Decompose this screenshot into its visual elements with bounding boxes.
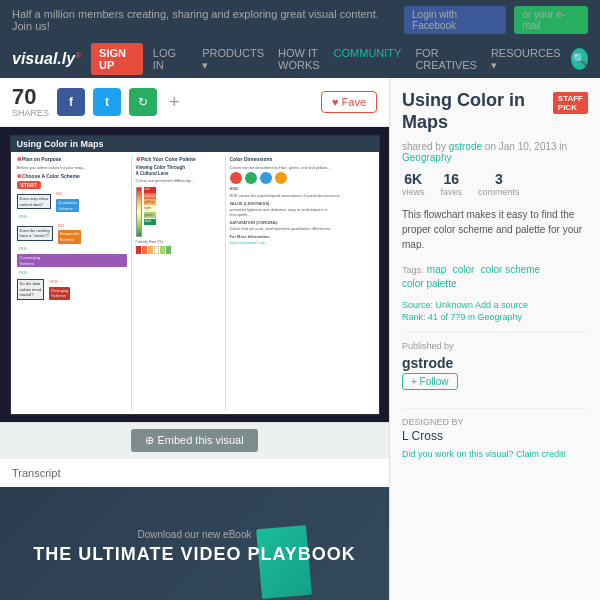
shared-by: shared by gstrode on Jan 10, 2013 in Geo… (402, 141, 588, 163)
infographic-title-bar: Using Color in Maps (11, 136, 379, 152)
nav-resources[interactable]: RESOURCES ▾ (491, 47, 561, 72)
promo-banner[interactable]: Download our new eBook THE ULTIMATE VIDE… (0, 487, 389, 600)
add-source-link[interactable]: Add a source (475, 300, 528, 310)
shares-count: 70 (12, 86, 49, 108)
refresh-button[interactable]: ↻ (129, 88, 157, 116)
follow-button[interactable]: + Follow (402, 373, 458, 390)
tags-label: Tags: (402, 265, 424, 275)
embed-button[interactable]: ⊕ Embed this visual (131, 429, 257, 452)
views-count: 6K (402, 171, 425, 187)
rank-row: Rank: 41 of 779 in Geography (402, 312, 588, 322)
views-label: views (402, 187, 425, 197)
faves-stat: 16 faves (441, 171, 463, 197)
nav-how-it-works[interactable]: HOW IT WORKS (278, 47, 320, 72)
banner-text: Half a million members creating, sharing… (12, 8, 396, 32)
author-link[interactable]: gstrode (449, 141, 482, 152)
tag-color-scheme[interactable]: color scheme (481, 264, 540, 275)
embed-bar: ⊕ Embed this visual (0, 422, 389, 458)
published-label: Published by (402, 341, 588, 351)
signup-button[interactable]: SIGN UP (91, 43, 143, 75)
faves-label: faves (441, 187, 463, 197)
main-content: 70 SHARES f t ↻ + ♥ Fave Using Color in … (0, 78, 600, 600)
staff-pick-badge: STAFFPICK (553, 92, 588, 114)
right-column: Using Color inMaps STAFFPICK shared by g… (390, 78, 600, 600)
shares-bar: 70 SHARES f t ↻ + ♥ Fave (0, 78, 389, 127)
left-column: 70 SHARES f t ↻ + ♥ Fave Using Color in … (0, 78, 390, 600)
fave-button[interactable]: ♥ Fave (321, 91, 377, 113)
infographic-image[interactable]: Using Color in Maps ❶ Plan on Purpose Be… (10, 135, 380, 415)
infographic-container: Using Color in Maps ❶ Plan on Purpose Be… (0, 127, 389, 422)
shares-label: SHARES (12, 108, 49, 118)
tag-color-palette[interactable]: color palette (402, 278, 456, 289)
faves-count: 16 (441, 171, 463, 187)
claim-credit: Did you work on this visual? Claim credi… (402, 449, 588, 459)
navigation: visual.ly® SIGN UP LOG IN PRODUCTS ▾ HOW… (0, 40, 600, 78)
description: This flowchart makes it easy to find the… (402, 207, 588, 252)
facebook-share-button[interactable]: f (57, 88, 85, 116)
infographic-content: ❶ Plan on Purpose Before you select colo… (11, 152, 379, 414)
views-stat: 6K views (402, 171, 425, 197)
login-button[interactable]: LOG IN (153, 47, 182, 71)
comments-count: 3 (478, 171, 520, 187)
infographic-title: Using Color inMaps (402, 90, 525, 133)
promo-title: THE ULTIMATE VIDEO PLAYBOOK (33, 544, 356, 565)
nav-community[interactable]: COMMUNITY (334, 47, 402, 72)
email-login-button[interactable]: or your e-mail (514, 6, 588, 34)
tag-color[interactable]: color (453, 264, 475, 275)
transcript-bar[interactable]: Transcript (0, 458, 389, 487)
top-banner: Half a million members creating, sharing… (0, 0, 600, 40)
comments-stat: 3 comments (478, 171, 520, 197)
nav-products[interactable]: PRODUCTS ▾ (202, 47, 264, 72)
stats-row: 6K views 16 faves 3 comments (402, 171, 588, 197)
comments-label: comments (478, 187, 520, 197)
search-icon[interactable]: 🔍 (571, 48, 588, 70)
tags-section: Tags: map color color scheme color palet… (402, 262, 588, 290)
divider-2 (402, 408, 588, 409)
nav-for-creatives[interactable]: FOR CREATIVES (415, 47, 477, 72)
rank-value[interactable]: 41 of 779 in Geography (428, 312, 522, 322)
fb-login-button[interactable]: Login with Facebook (404, 6, 506, 34)
publisher-name[interactable]: gstrode (402, 355, 588, 371)
promo-text: Download our new eBook THE ULTIMATE VIDE… (33, 529, 356, 565)
source-row: Source: Unknown Add a source (402, 300, 588, 310)
designer-name: L Cross (402, 429, 588, 443)
claim-link[interactable]: Claim credit! (516, 449, 566, 459)
twitter-share-button[interactable]: t (93, 88, 121, 116)
promo-subtitle: Download our new eBook (33, 529, 356, 540)
tag-map[interactable]: map (427, 264, 446, 275)
source-value: Unknown (436, 300, 474, 310)
category-link[interactable]: Geography (402, 152, 451, 163)
add-share-button[interactable]: + (169, 92, 180, 113)
nav-links: PRODUCTS ▾ HOW IT WORKS COMMUNITY FOR CR… (202, 47, 560, 72)
divider-1 (402, 332, 588, 333)
designed-label: DESIGNED BY (402, 417, 588, 427)
logo[interactable]: visual.ly® (12, 50, 81, 68)
